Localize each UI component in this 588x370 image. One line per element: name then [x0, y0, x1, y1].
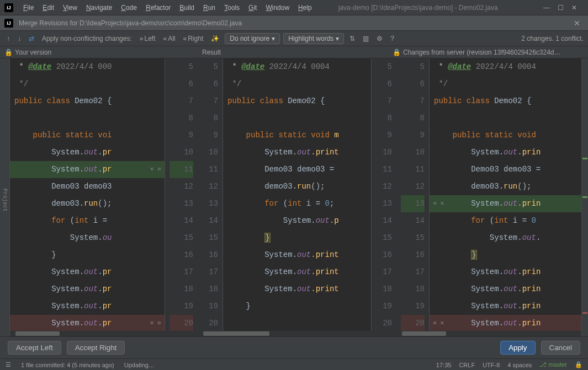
code-line[interactable]: System.out.prin	[430, 298, 581, 315]
reject-icon[interactable]: ✕	[149, 161, 155, 178]
code-line[interactable]: System.out.prin	[430, 264, 581, 281]
code-line[interactable]: System.out.print	[223, 246, 371, 264]
code-line[interactable]: }	[10, 246, 165, 264]
code-line[interactable]: System.out.print	[223, 144, 371, 161]
code-line[interactable]: System.out.prin	[430, 281, 581, 298]
accept-left-button[interactable]: Accept Left	[8, 341, 61, 355]
git-branch[interactable]: ⎇ master	[539, 361, 567, 368]
apply-left-button[interactable]: » Left	[137, 34, 158, 44]
next-diff-icon[interactable]: ↓	[15, 34, 23, 44]
code-line[interactable]: System.out.p	[223, 212, 371, 229]
code-line[interactable]: System.out.pr	[10, 298, 165, 315]
help-icon[interactable]: ?	[388, 34, 396, 44]
code-line[interactable]: System.out.pr✕»	[10, 315, 165, 331]
dialog-close-icon[interactable]: ✕	[570, 19, 584, 28]
code-line[interactable]: public static void m	[223, 127, 371, 144]
code-line[interactable]: System.out.pr✕»	[10, 161, 165, 178]
code-line[interactable]: System.out.prin	[430, 144, 581, 161]
menu-window[interactable]: Window	[261, 4, 294, 12]
code-line[interactable]: public static void	[430, 127, 581, 144]
code-line[interactable]: */	[223, 76, 371, 93]
minimize-icon[interactable]: —	[543, 4, 550, 12]
menu-code[interactable]: Code	[116, 4, 141, 12]
code-line[interactable]: public static voi	[10, 127, 165, 144]
sync-scroll-icon[interactable]: ▥	[361, 34, 371, 44]
code-line[interactable]: Demo03 demo03 =	[430, 161, 581, 178]
code-line[interactable]: System.out.print	[223, 281, 371, 298]
highlight-dropdown[interactable]: Highlight words ▾	[283, 33, 344, 44]
code-line[interactable]	[223, 315, 371, 331]
code-left[interactable]: * @date 2022/4/4 000 */public class Demo…	[10, 58, 165, 331]
menu-view[interactable]: View	[59, 4, 82, 12]
reject-icon[interactable]: ✕	[439, 315, 445, 331]
code-line[interactable]: for (int i =	[10, 212, 165, 229]
code-line[interactable]: System.out.pr	[10, 144, 165, 161]
scroll-right[interactable]	[396, 331, 581, 336]
apply-right-icon[interactable]: »	[156, 315, 162, 331]
code-center[interactable]: * @date 2022/4/4 0004 */public class Dem…	[223, 58, 371, 331]
scroll-left[interactable]	[10, 331, 198, 336]
code-line[interactable]: */	[430, 76, 581, 93]
code-line[interactable]: System.ou	[10, 229, 165, 246]
cancel-button[interactable]: Cancel	[541, 341, 581, 355]
code-line[interactable]: public class Demo02 {	[223, 93, 371, 110]
menu-build[interactable]: Build	[175, 4, 199, 12]
vcs-icon[interactable]: ☰	[6, 361, 11, 368]
code-line[interactable]	[430, 110, 581, 127]
code-line[interactable]: }	[223, 298, 371, 315]
code-line[interactable]: }	[223, 229, 371, 246]
code-line[interactable]: System.out.	[430, 229, 581, 246]
code-line[interactable]: System.out.pr	[10, 264, 165, 281]
gear-icon[interactable]: ⚙	[374, 34, 385, 44]
error-stripe[interactable]	[581, 58, 588, 336]
menu-git[interactable]: Git	[244, 4, 261, 12]
code-line[interactable]: * @date 2022/4/4 000	[10, 58, 165, 76]
code-line[interactable]: System.out.pr	[10, 281, 165, 298]
code-line[interactable]: Demo03 demo03	[10, 178, 165, 195]
code-line[interactable]: System.out.prin«✕	[430, 315, 581, 331]
accept-right-button[interactable]: Accept Right	[67, 341, 125, 355]
apply-left-icon[interactable]: «	[432, 315, 438, 331]
ignore-dropdown[interactable]: Do not ignore ▾	[225, 33, 280, 44]
magic-resolve-icon[interactable]: ✨	[209, 34, 221, 44]
code-line[interactable]: for (int i = 0;	[223, 195, 371, 212]
code-line[interactable]: public class Demo02 {	[10, 93, 165, 110]
menu-navigate[interactable]: Navigate	[82, 4, 116, 12]
code-line[interactable]: Demo03 demo03 =	[223, 161, 371, 178]
code-line[interactable]: }	[430, 246, 581, 264]
compare-icon[interactable]: ⇄	[27, 34, 36, 44]
code-line[interactable]: public class Demo02 {	[430, 93, 581, 110]
code-line[interactable]: demo03.run();	[10, 195, 165, 212]
lock-status-icon[interactable]: 🔒	[575, 361, 582, 368]
prev-diff-icon[interactable]: ↑	[4, 34, 12, 44]
line-sep[interactable]: CRLF	[459, 362, 475, 368]
tool-tab-project[interactable]: Project	[0, 186, 9, 215]
reject-icon[interactable]: ✕	[149, 315, 155, 331]
close-icon[interactable]: ✕	[571, 4, 577, 12]
code-line[interactable]: */	[10, 76, 165, 93]
code-line[interactable]: * @date 2022/4/4 0004	[223, 58, 371, 76]
menu-help[interactable]: Help	[294, 4, 316, 12]
apply-right-icon[interactable]: »	[156, 161, 162, 178]
maximize-icon[interactable]: ☐	[558, 4, 564, 12]
code-right[interactable]: * @date 2022/4/4 0004 */public class Dem…	[430, 58, 581, 331]
apply-left-icon[interactable]: «	[432, 195, 438, 212]
code-line[interactable]: System.out.prin«✕	[430, 195, 581, 212]
indent[interactable]: 4 spaces	[507, 362, 532, 368]
settings-toggle-icon[interactable]: ⇅	[347, 34, 357, 44]
apply-right-button[interactable]: « Right	[181, 34, 206, 44]
menu-refactor[interactable]: Refactor	[141, 4, 175, 12]
apply-button[interactable]: Apply	[500, 341, 535, 355]
menu-file[interactable]: File	[19, 4, 38, 12]
cursor-pos[interactable]: 17:35	[436, 362, 452, 368]
code-line[interactable]	[223, 110, 371, 127]
menu-edit[interactable]: Edit	[38, 4, 59, 12]
code-line[interactable]: System.out.print	[223, 264, 371, 281]
code-line[interactable]: demo03.run();	[430, 178, 581, 195]
code-line[interactable]: for (int i = 0	[430, 212, 581, 229]
apply-all-button[interactable]: « All	[161, 34, 177, 44]
code-line[interactable]: demo03.run();	[223, 178, 371, 195]
code-line[interactable]: * @date 2022/4/4 0004	[430, 58, 581, 76]
reject-icon[interactable]: ✕	[439, 195, 445, 212]
encoding[interactable]: UTF-8	[483, 362, 500, 368]
